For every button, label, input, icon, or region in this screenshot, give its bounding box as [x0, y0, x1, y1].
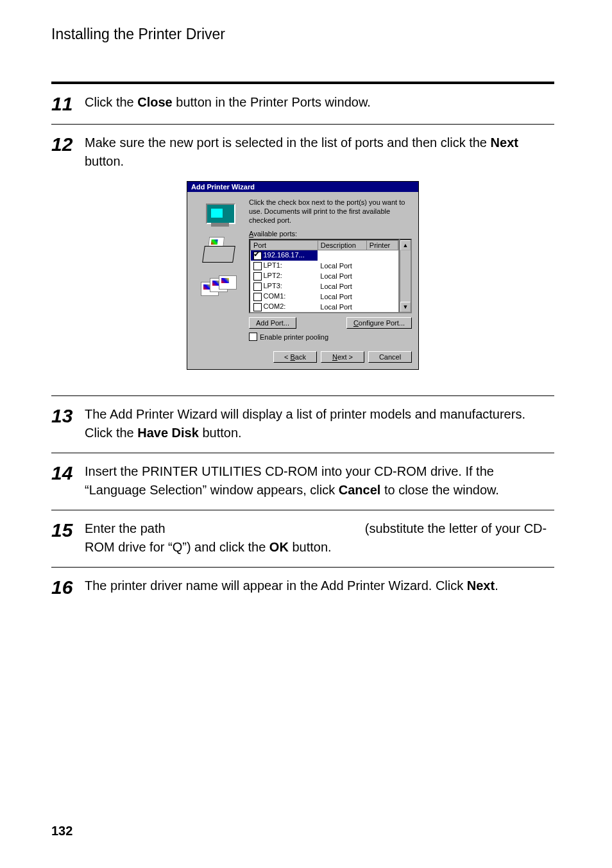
section-header: Installing the Printer Driver — [51, 26, 554, 43]
port-printer — [366, 281, 398, 291]
port-name: LPT3: — [264, 282, 282, 290]
back-button[interactable]: < Back — [273, 351, 317, 363]
t: The printer driver name will appear in t… — [85, 578, 467, 593]
t: Enter the path — [85, 521, 169, 535]
port-checkbox[interactable] — [253, 282, 262, 291]
b: Close — [137, 95, 172, 109]
port-printer — [366, 302, 398, 312]
t: vailable ports: — [253, 230, 297, 238]
step-number: 12 — [51, 134, 85, 154]
dialog-graphic-panel — [191, 198, 249, 341]
port-desc: Local Port — [318, 302, 366, 312]
port-printer — [366, 250, 398, 261]
add-port-button[interactable]: Add Port... — [249, 317, 296, 329]
b: Next — [491, 135, 518, 150]
t: nable printer pooling — [264, 333, 328, 341]
col-printer[interactable]: Printer — [366, 241, 398, 250]
port-printer — [366, 261, 398, 271]
port-printer — [366, 271, 398, 281]
port-row[interactable]: COM2:Local Port — [251, 302, 398, 312]
available-ports-label: Available ports: — [249, 230, 412, 238]
rule — [51, 567, 554, 568]
rule — [51, 82, 554, 84]
port-desc: Local Port — [318, 261, 366, 271]
port-name: COM2: — [264, 302, 286, 310]
b: Next — [467, 578, 495, 593]
monitor-icon — [202, 201, 238, 229]
step-text: Click the Close button in the Printer Po… — [85, 93, 371, 112]
step-text: Enter the path (substitute the letter of… — [85, 519, 554, 557]
t: . — [495, 578, 498, 593]
cancel-button[interactable]: Cancel — [368, 351, 412, 363]
step-number: 13 — [51, 405, 85, 426]
step-16: 16 The printer driver name will appear i… — [51, 577, 554, 597]
step-14: 14 Insert the PRINTER UTILITIES CD-ROM i… — [51, 462, 554, 499]
printer-icon — [200, 237, 241, 268]
dialog-title: Add Printer Wizard — [187, 182, 418, 192]
step-12: 12 Make sure the new port is selected in… — [51, 134, 554, 171]
t: button. — [199, 426, 242, 440]
port-row[interactable]: LPT3:Local Port — [251, 281, 398, 291]
scroll-down-icon[interactable]: ▼ — [400, 302, 411, 312]
b: OK — [269, 540, 289, 554]
port-row[interactable]: 192.168.17... — [251, 250, 398, 261]
step-number: 14 — [51, 462, 85, 483]
col-desc[interactable]: Description — [318, 241, 366, 250]
port-checkbox[interactable] — [253, 272, 262, 281]
b: Have Disk — [137, 426, 199, 440]
step-text: Make sure the new port is selected in th… — [85, 134, 554, 171]
step-15: 15 Enter the path (substitute the letter… — [51, 519, 554, 557]
ports-listbox[interactable]: Port Description Printer 192.168.17...LP… — [249, 239, 400, 313]
t: Make sure the new port is selected in th… — [85, 135, 491, 150]
t: button. — [289, 540, 332, 554]
port-checkbox[interactable] — [253, 303, 262, 311]
col-port[interactable]: Port — [251, 241, 318, 250]
port-name: LPT2: — [264, 272, 282, 279]
step-text: The printer driver name will appear in t… — [85, 577, 498, 595]
port-desc — [318, 250, 366, 261]
step-number: 16 — [51, 577, 85, 597]
t: button. — [85, 154, 124, 168]
port-desc: Local Port — [318, 291, 366, 302]
rule — [51, 395, 554, 396]
rule — [51, 510, 554, 510]
t: Click the — [85, 95, 137, 109]
port-name: LPT1: — [264, 261, 282, 269]
dialog-instruction: Click the check box next to the port(s) … — [249, 198, 412, 225]
t: to close the window. — [380, 483, 499, 497]
port-checkbox[interactable] — [253, 293, 262, 301]
ports-scrollbar[interactable]: ▲ ▼ — [400, 239, 412, 313]
rule — [51, 124, 554, 125]
port-printer — [366, 291, 398, 302]
port-row[interactable]: LPT1:Local Port — [251, 261, 398, 271]
pages-icon — [201, 275, 239, 299]
configure-port-button[interactable]: Configure Port... — [346, 317, 412, 329]
step-13: 13 The Add Printer Wizard will display a… — [51, 405, 554, 442]
port-name: COM1: — [264, 292, 286, 300]
port-row[interactable]: COM1:Local Port — [251, 291, 398, 302]
scroll-up-icon[interactable]: ▲ — [400, 240, 411, 250]
b: Cancel — [339, 483, 381, 497]
step-number: 11 — [51, 93, 85, 114]
step-text: Insert the PRINTER UTILITIES CD-ROM into… — [85, 462, 554, 499]
next-button[interactable]: Next > — [321, 351, 364, 363]
step-text: The Add Printer Wizard will display a li… — [85, 405, 554, 442]
rule — [51, 453, 554, 453]
port-checkbox[interactable] — [253, 252, 262, 260]
port-checkbox[interactable] — [253, 262, 262, 270]
port-desc: Local Port — [318, 271, 366, 281]
port-row[interactable]: LPT2:Local Port — [251, 271, 398, 281]
page-number: 132 — [51, 824, 72, 838]
port-desc: Local Port — [318, 281, 366, 291]
step-number: 15 — [51, 519, 85, 540]
step-11: 11 Click the Close button in the Printer… — [51, 93, 554, 114]
port-name: 192.168.17... — [264, 251, 305, 259]
t: button in the Printer Ports window. — [173, 95, 371, 109]
enable-pooling-checkbox[interactable]: Enable printer pooling — [249, 333, 412, 341]
checkbox-icon[interactable] — [249, 333, 257, 341]
t: onfigure Port... — [359, 319, 405, 327]
add-printer-wizard-dialog: Add Printer Wizard Click the check box n… — [187, 181, 419, 370]
